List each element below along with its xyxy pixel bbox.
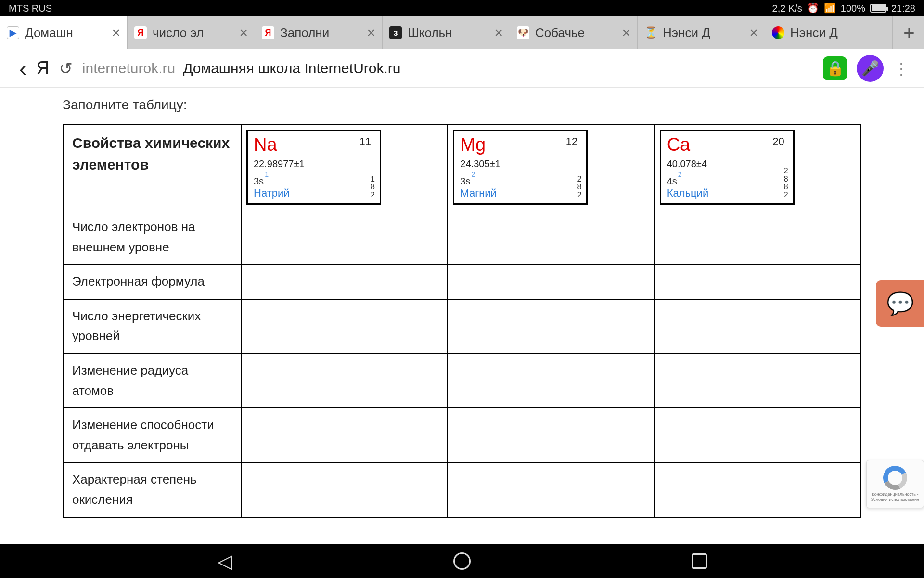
element-orbital: 4s2 bbox=[667, 174, 787, 187]
reload-button[interactable]: ↻ bbox=[59, 59, 73, 78]
carrier-label: MTS RUS bbox=[9, 3, 52, 14]
browser-tab[interactable]: ⏳Нэнси Д× bbox=[638, 16, 765, 49]
element-mass: 40.078±4 bbox=[667, 158, 787, 170]
empty-cell[interactable] bbox=[448, 408, 654, 462]
recaptcha-text: Конфиденциальность -Условия использовани… bbox=[871, 492, 919, 502]
element-orbital: 3s1 bbox=[254, 174, 374, 187]
tab-favicon: ▶ bbox=[7, 26, 19, 39]
element-name: Натрий bbox=[254, 187, 290, 199]
row-label: Число электронов на внешнем уровне bbox=[63, 210, 241, 264]
row-label: Изменение радиуса атомов bbox=[63, 354, 241, 408]
clock: 21:28 bbox=[891, 3, 915, 14]
row-label: Электронная формула bbox=[63, 264, 241, 299]
android-nav-bar: ◁ bbox=[0, 544, 924, 578]
table-row: Число энергетических уровней bbox=[63, 299, 861, 354]
empty-cell[interactable] bbox=[448, 210, 654, 264]
table-row: Число электронов на внешнем уровне bbox=[63, 210, 861, 264]
tab-close-button[interactable]: × bbox=[112, 26, 120, 40]
recaptcha-badge[interactable]: Конфиденциальность -Условия использовани… bbox=[866, 460, 924, 508]
browser-tab[interactable]: ЯЗаполни× bbox=[255, 16, 383, 49]
empty-cell[interactable] bbox=[654, 299, 861, 354]
instruction-text: Заполните таблицу: bbox=[63, 97, 861, 113]
tab-title: Школьн bbox=[408, 26, 488, 40]
browser-tab-strip: ▶Домашн×Ячисло эл×ЯЗаполни×зШкольн×🐶Соба… bbox=[0, 16, 924, 49]
row-label: Число энергетических уровней bbox=[63, 299, 241, 354]
tab-title: Собачье bbox=[535, 26, 616, 40]
empty-cell[interactable] bbox=[654, 264, 861, 299]
browser-tab[interactable]: ▶Домашн× bbox=[0, 16, 128, 49]
element-number: 11 bbox=[359, 135, 371, 148]
tab-favicon: ⏳ bbox=[644, 26, 657, 39]
element-shells: 182 bbox=[371, 175, 375, 199]
empty-cell[interactable] bbox=[448, 299, 654, 354]
empty-cell[interactable] bbox=[241, 264, 448, 299]
tab-close-button[interactable]: × bbox=[494, 26, 503, 40]
tab-title: Нэнси Д bbox=[790, 26, 886, 40]
android-recent-button[interactable] bbox=[687, 549, 711, 573]
yandex-logo[interactable]: Я bbox=[36, 58, 49, 79]
tab-close-button[interactable]: × bbox=[749, 26, 758, 40]
tab-favicon: Я bbox=[262, 26, 274, 39]
empty-cell[interactable] bbox=[241, 408, 448, 462]
battery-percent: 100% bbox=[841, 3, 865, 14]
empty-cell[interactable] bbox=[241, 354, 448, 408]
empty-cell[interactable] bbox=[448, 462, 654, 517]
browser-tab[interactable]: зШкольн× bbox=[383, 16, 510, 49]
tab-title: число эл bbox=[153, 26, 233, 40]
empty-cell[interactable] bbox=[241, 210, 448, 264]
nav-back-button[interactable]: ‹ bbox=[19, 55, 26, 81]
browser-tab[interactable]: Нэнси Д bbox=[765, 16, 893, 49]
browser-tab[interactable]: 🐶Собачье× bbox=[510, 16, 638, 49]
url-domain: interneturok.ru bbox=[82, 60, 175, 77]
table-row: Изменение способности отдавать электроны bbox=[63, 408, 861, 462]
row-label: Характерная степень окисления bbox=[63, 462, 241, 517]
element-orbital: 3s2 bbox=[460, 174, 580, 187]
tab-close-button[interactable]: × bbox=[622, 26, 630, 40]
chemistry-table: Свойства химических элементовNa1122.9897… bbox=[63, 124, 861, 518]
empty-cell[interactable] bbox=[448, 264, 654, 299]
browser-menu-button[interactable]: ⋮ bbox=[893, 59, 910, 78]
android-back-button[interactable]: ◁ bbox=[213, 549, 237, 573]
element-number: 20 bbox=[772, 135, 784, 148]
tab-close-button[interactable]: × bbox=[239, 26, 248, 40]
element-box: Mg1224.305±13s2Магний282 bbox=[453, 130, 588, 205]
element-number: 12 bbox=[566, 135, 578, 148]
element-box: Na1122.98977±13s1Натрий182 bbox=[246, 130, 381, 205]
element-shells: 282 bbox=[577, 175, 581, 199]
page-content: Заполните таблицу: Свойства химических э… bbox=[0, 88, 924, 518]
element-symbol: Mg bbox=[460, 135, 580, 154]
empty-cell[interactable] bbox=[654, 210, 861, 264]
empty-cell[interactable] bbox=[241, 462, 448, 517]
empty-cell[interactable] bbox=[654, 408, 861, 462]
element-shells: 2882 bbox=[784, 167, 788, 199]
tab-close-button[interactable]: × bbox=[367, 26, 375, 40]
element-name: Кальций bbox=[667, 187, 709, 199]
signal-icon: 📶 bbox=[824, 2, 836, 14]
secure-lock-icon[interactable]: 🔒 bbox=[823, 56, 847, 80]
alarm-icon: ⏰ bbox=[807, 2, 819, 14]
empty-cell[interactable] bbox=[654, 354, 861, 408]
recaptcha-icon bbox=[883, 466, 907, 490]
empty-cell[interactable] bbox=[654, 462, 861, 517]
element-header-cell: Na1122.98977±13s1Натрий182 bbox=[241, 125, 448, 210]
table-header-label: Свойства химических элементов bbox=[63, 125, 241, 210]
empty-cell[interactable] bbox=[448, 354, 654, 408]
browser-tab[interactable]: Ячисло эл× bbox=[128, 16, 255, 49]
new-tab-button[interactable]: + bbox=[893, 16, 924, 49]
table-row: Изменение радиуса атомов bbox=[63, 354, 861, 408]
tab-favicon: Я bbox=[134, 26, 147, 39]
row-label: Изменение способности отдавать электроны bbox=[63, 408, 241, 462]
voice-search-button[interactable]: 🎤 bbox=[857, 55, 884, 82]
element-header-cell: Mg1224.305±13s2Магний282 bbox=[448, 125, 654, 210]
element-symbol: Ca bbox=[667, 135, 787, 154]
network-speed: 2,2 K/s bbox=[772, 3, 802, 14]
status-right: 2,2 K/s ⏰ 📶 100% 21:28 bbox=[772, 2, 915, 14]
android-home-button[interactable] bbox=[450, 549, 474, 573]
tab-favicon bbox=[772, 26, 784, 39]
empty-cell[interactable] bbox=[241, 299, 448, 354]
tab-favicon: з bbox=[389, 26, 402, 39]
url-area[interactable]: interneturok.ru Домашняя школа InternetU… bbox=[82, 60, 813, 77]
table-row: Электронная формула bbox=[63, 264, 861, 299]
chat-fab-button[interactable]: 💬 bbox=[876, 280, 924, 327]
element-box: Ca2040.078±44s2Кальций2882 bbox=[660, 130, 795, 205]
